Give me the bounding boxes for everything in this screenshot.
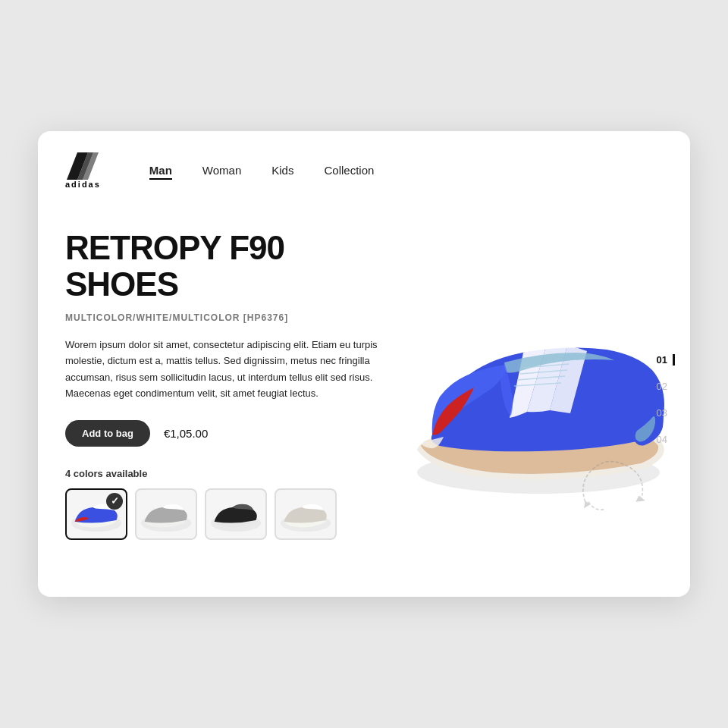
color-swatch-black[interactable] xyxy=(205,488,267,540)
logo-text: adidas xyxy=(65,180,101,189)
page-01[interactable]: 01 xyxy=(657,354,667,366)
nav-item-kids[interactable]: Kids xyxy=(271,164,293,177)
left-panel: RETROPY F90 SHOES MULTICOLOR/WHITE/MULTI… xyxy=(65,230,384,570)
svg-marker-12 xyxy=(635,496,645,502)
main-content: RETROPY F90 SHOES MULTICOLOR/WHITE/MULTI… xyxy=(38,202,690,597)
product-price: €1,05.00 xyxy=(164,427,208,440)
adidas-logo: adidas xyxy=(65,152,101,189)
product-card: adidas Man Woman Kids Collection RETROPY… xyxy=(38,131,690,597)
product-title: RETROPY F90 SHOES xyxy=(65,230,384,303)
nav-item-woman[interactable]: Woman xyxy=(202,164,241,177)
color-swatch-gray[interactable] xyxy=(135,488,197,540)
right-panel: 01 02 03 04 xyxy=(384,230,690,570)
logo-icon xyxy=(67,152,99,180)
page-02[interactable]: 02 xyxy=(657,381,667,392)
color-swatches: ✓ xyxy=(65,488,384,540)
nav-item-man[interactable]: Man xyxy=(149,164,172,177)
page-03[interactable]: 03 xyxy=(657,407,667,419)
swatch-shoe-white xyxy=(277,494,334,534)
rotation-arrow xyxy=(573,456,648,516)
color-swatch-white[interactable] xyxy=(275,488,337,540)
action-row: Add to bag €1,05.00 xyxy=(65,420,384,447)
color-swatch-blue[interactable]: ✓ xyxy=(65,488,127,540)
product-subtitle: MULTICOLOR/WHITE/MULTICOLOR [HP6376] xyxy=(65,312,384,323)
swatch-shoe-black xyxy=(207,494,265,534)
page-04[interactable]: 04 xyxy=(657,434,667,445)
add-to-bag-button[interactable]: Add to bag xyxy=(65,420,150,447)
nav-item-collection[interactable]: Collection xyxy=(324,164,374,177)
nav-links: Man Woman Kids Collection xyxy=(149,164,374,177)
colors-label: 4 colors available xyxy=(65,468,384,479)
swatch-shoe-gray xyxy=(137,494,195,534)
pagination-bar: 01 02 03 04 xyxy=(657,354,667,445)
main-nav: adidas Man Woman Kids Collection xyxy=(38,131,690,202)
selected-checkmark: ✓ xyxy=(106,493,123,510)
product-description: Worem ipsum dolor sit amet, consectetur … xyxy=(65,337,384,402)
